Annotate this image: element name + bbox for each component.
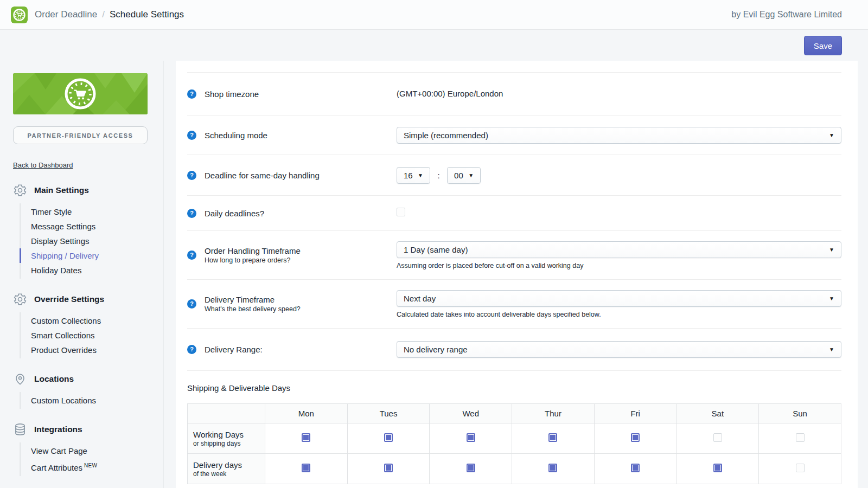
working-sat-checkbox[interactable]	[713, 433, 722, 442]
back-to-dashboard-link[interactable]: Back to Dashboard	[13, 161, 73, 169]
help-icon[interactable]: ?	[187, 345, 196, 354]
day-column-header-sat: Sat	[676, 404, 759, 423]
sidebar-item-smart-collections[interactable]: Smart Collections	[21, 328, 150, 343]
breadcrumb-app-link[interactable]: Order Deadline	[35, 9, 97, 20]
working-wed-checkbox[interactable]	[467, 433, 475, 442]
sidebar: PARTNER-FRIENDLY ACCESS Back to Dashboar…	[0, 61, 164, 488]
delivery-days-label: Delivery days	[193, 460, 261, 470]
delivery-tues-checkbox[interactable]	[384, 464, 393, 472]
sidebar-section-override-settings: Override Settings Custom Collections Sma…	[13, 292, 150, 358]
row-deadline-same-day: ? Deadline for same-day handling 16 ▼ : …	[187, 155, 841, 195]
partner-access-button[interactable]: PARTNER-FRIENDLY ACCESS	[13, 126, 148, 144]
day-column-header-thur: Thur	[512, 404, 595, 423]
delivery-sat-checkbox[interactable]	[713, 464, 722, 472]
delivery-range-select[interactable]: No delivery range ▼	[397, 341, 841, 358]
vendor-byline: by Evil Egg Software Limited	[731, 10, 842, 20]
settings-panel: ? Shop timezone (GMT+00:00) Europe/Londo…	[176, 61, 858, 488]
table-row-delivery-days: Delivery days of the week	[188, 454, 841, 484]
top-bar: Order Deadline / Schedule Settings by Ev…	[0, 0, 868, 30]
gear-icon	[13, 292, 27, 306]
day-column-header-fri: Fri	[594, 404, 676, 423]
sidebar-item-view-cart-page[interactable]: View Cart Page	[21, 444, 150, 458]
day-column-header-tues: Tues	[347, 404, 430, 423]
day-column-header-wed: Wed	[430, 404, 512, 423]
sidebar-item-display-settings[interactable]: Display Settings	[21, 234, 150, 248]
dropdown-arrow-icon: ▼	[829, 132, 834, 138]
day-column-header-mon: Mon	[265, 404, 348, 423]
delivery-timeframe-label: Delivery Timeframe	[205, 295, 397, 304]
working-days-label: Working Days	[193, 430, 261, 439]
deliverable-days-table: Mon Tues Wed Thur Fri Sat Sun Working Da…	[187, 403, 841, 484]
row-delivery-timeframe: ? Delivery Timeframe What's the best del…	[187, 279, 841, 328]
days-section-title: Shipping & Deliverable Days	[187, 370, 841, 403]
day-column-header	[188, 404, 265, 423]
order-handling-label: Order Handling Timeframe	[205, 246, 397, 255]
deadline-label: Deadline for same-day handling	[205, 171, 397, 180]
delivery-days-sublabel: of the week	[193, 470, 261, 478]
row-order-handling: ? Order Handling Timeframe How long to p…	[187, 230, 841, 279]
section-title-locations: Locations	[34, 374, 74, 384]
sidebar-item-timer-style[interactable]: Timer Style	[21, 204, 150, 219]
dropdown-arrow-icon: ▼	[829, 247, 834, 253]
delivery-sun-checkbox[interactable]	[796, 464, 805, 472]
save-button[interactable]: Save	[804, 36, 842, 55]
help-icon[interactable]: ?	[187, 131, 196, 140]
database-icon	[13, 422, 27, 436]
help-icon[interactable]: ?	[187, 171, 196, 180]
sidebar-item-holiday-dates[interactable]: Holiday Dates	[21, 263, 150, 278]
section-title-override-settings: Override Settings	[34, 294, 104, 304]
new-badge: NEW	[84, 463, 97, 468]
dropdown-arrow-icon: ▼	[829, 346, 834, 352]
row-shop-timezone: ? Shop timezone (GMT+00:00) Europe/Londo…	[187, 72, 841, 115]
order-handling-select[interactable]: 1 Day (same day) ▼	[397, 241, 841, 258]
working-thur-checkbox[interactable]	[548, 433, 557, 442]
scheduling-mode-select[interactable]: Simple (recommended) ▼	[397, 127, 841, 144]
delivery-wed-checkbox[interactable]	[467, 464, 475, 472]
dropdown-arrow-icon: ▼	[829, 296, 834, 301]
daily-deadlines-checkbox[interactable]	[397, 208, 405, 216]
section-title-main-settings: Main Settings	[34, 185, 89, 195]
dropdown-arrow-icon: ▼	[418, 172, 423, 178]
sidebar-item-custom-collections[interactable]: Custom Collections	[21, 313, 150, 328]
working-tues-checkbox[interactable]	[384, 433, 393, 442]
deadline-minute-select[interactable]: 00 ▼	[447, 167, 481, 184]
delivery-timeframe-helper: Calculated date takes into account deliv…	[397, 311, 841, 318]
section-title-integrations: Integrations	[34, 425, 82, 434]
help-icon[interactable]: ?	[187, 251, 196, 260]
sidebar-section-integrations: Integrations View Cart Page Cart Attribu…	[13, 422, 150, 476]
working-sun-checkbox[interactable]	[796, 433, 805, 442]
sidebar-item-product-overrides[interactable]: Product Overrides	[21, 343, 150, 357]
table-row-working-days: Working Days or shipping days	[188, 423, 841, 454]
working-fri-checkbox[interactable]	[631, 433, 640, 442]
help-icon[interactable]: ?	[187, 209, 196, 218]
deadline-hour-select[interactable]: 16 ▼	[397, 167, 430, 184]
app-banner-image	[13, 73, 148, 114]
delivery-timeframe-select[interactable]: Next day ▼	[397, 290, 841, 307]
time-separator: :	[437, 171, 439, 180]
dropdown-arrow-icon: ▼	[468, 172, 474, 178]
working-mon-checkbox[interactable]	[302, 433, 310, 442]
delivery-mon-checkbox[interactable]	[302, 464, 310, 472]
help-icon[interactable]: ?	[187, 89, 196, 99]
sidebar-item-shipping-delivery[interactable]: Shipping / Delivery	[21, 248, 150, 263]
map-pin-icon	[13, 372, 27, 386]
delivery-fri-checkbox[interactable]	[631, 464, 640, 472]
scheduling-mode-value: Simple (recommended)	[404, 131, 488, 140]
day-column-header-sun: Sun	[759, 404, 841, 423]
sidebar-item-message-settings[interactable]: Message Settings	[21, 219, 150, 234]
gear-icon	[13, 183, 27, 197]
row-delivery-range: ? Delivery Range: No delivery range ▼	[187, 328, 841, 370]
row-daily-deadlines: ? Daily deadlines?	[187, 195, 841, 230]
deadline-minute-value: 00	[454, 171, 463, 180]
delivery-thur-checkbox[interactable]	[548, 464, 557, 472]
sidebar-section-main-settings: Main Settings Timer Style Message Settin…	[13, 183, 150, 279]
order-handling-helper: Assuming order is placed before cut-off …	[397, 262, 841, 269]
help-icon[interactable]: ?	[187, 299, 196, 309]
app-logo-icon	[11, 7, 28, 23]
delivery-range-label: Delivery Range:	[205, 345, 397, 354]
sidebar-item-custom-locations[interactable]: Custom Locations	[21, 393, 150, 408]
shop-timezone-value: (GMT+00:00) Europe/London	[397, 89, 503, 98]
delivery-range-value: No delivery range	[404, 345, 468, 354]
breadcrumb-separator: /	[102, 9, 105, 20]
sidebar-item-cart-attributes[interactable]: Cart AttributesNEW	[21, 458, 150, 475]
